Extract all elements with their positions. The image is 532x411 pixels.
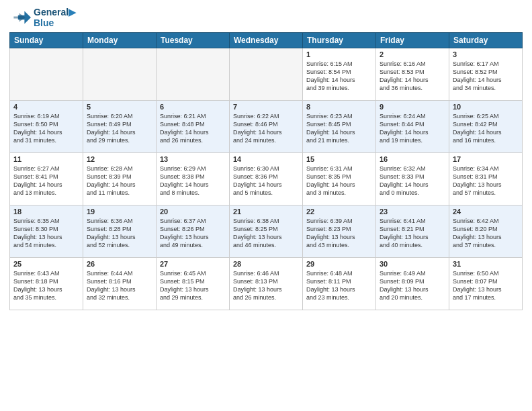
day-number: 8 (306, 103, 372, 111)
day-number: 22 (306, 208, 372, 216)
day-info: Sunrise: 6:48 AM Sunset: 8:11 PM Dayligh… (306, 269, 372, 302)
day-number: 1 (306, 50, 372, 58)
calendar-header-wednesday: Wednesday (230, 33, 303, 48)
calendar-header-friday: Friday (376, 33, 449, 48)
calendar-cell: 2Sunrise: 6:16 AM Sunset: 8:53 PM Daylig… (376, 48, 449, 101)
calendar-cell: 3Sunrise: 6:17 AM Sunset: 8:52 PM Daylig… (449, 48, 523, 101)
calendar-cell: 10Sunrise: 6:25 AM Sunset: 8:42 PM Dayli… (449, 101, 523, 153)
day-number: 14 (233, 155, 299, 163)
day-number: 9 (380, 103, 445, 111)
calendar-week-2: 4Sunrise: 6:19 AM Sunset: 8:50 PM Daylig… (10, 101, 523, 153)
day-info: Sunrise: 6:24 AM Sunset: 8:44 PM Dayligh… (380, 112, 445, 145)
calendar-cell: 29Sunrise: 6:48 AM Sunset: 8:11 PM Dayli… (303, 258, 376, 310)
calendar-cell: 18Sunrise: 6:35 AM Sunset: 8:30 PM Dayli… (10, 205, 83, 258)
day-number: 2 (380, 50, 445, 58)
day-number: 18 (13, 208, 79, 216)
logo-icon (9, 7, 31, 28)
calendar-cell: 21Sunrise: 6:38 AM Sunset: 8:25 PM Dayli… (230, 205, 303, 258)
header: General▶ Blue (9, 7, 523, 28)
calendar-cell: 5Sunrise: 6:20 AM Sunset: 8:49 PM Daylig… (83, 101, 157, 153)
day-info: Sunrise: 6:35 AM Sunset: 8:30 PM Dayligh… (13, 217, 79, 250)
calendar-cell: 16Sunrise: 6:32 AM Sunset: 8:33 PM Dayli… (376, 153, 449, 205)
day-info: Sunrise: 6:32 AM Sunset: 8:33 PM Dayligh… (380, 165, 445, 197)
day-number: 25 (13, 260, 79, 268)
calendar-cell: 24Sunrise: 6:42 AM Sunset: 8:20 PM Dayli… (449, 205, 523, 258)
day-number: 20 (160, 208, 226, 216)
day-info: Sunrise: 6:30 AM Sunset: 8:36 PM Dayligh… (233, 165, 299, 197)
day-info: Sunrise: 6:28 AM Sunset: 8:39 PM Dayligh… (87, 165, 152, 197)
calendar-cell: 14Sunrise: 6:30 AM Sunset: 8:36 PM Dayli… (230, 153, 303, 205)
day-number: 30 (380, 260, 445, 268)
calendar-cell: 4Sunrise: 6:19 AM Sunset: 8:50 PM Daylig… (10, 101, 83, 153)
day-info: Sunrise: 6:37 AM Sunset: 8:26 PM Dayligh… (160, 217, 226, 250)
day-info: Sunrise: 6:46 AM Sunset: 8:13 PM Dayligh… (233, 269, 299, 302)
calendar-cell: 15Sunrise: 6:31 AM Sunset: 8:35 PM Dayli… (303, 153, 376, 205)
calendar-table: SundayMondayTuesdayWednesdayThursdayFrid… (9, 32, 523, 310)
day-number: 26 (87, 260, 152, 268)
calendar-cell: 11Sunrise: 6:27 AM Sunset: 8:41 PM Dayli… (10, 153, 83, 205)
calendar-cell: 28Sunrise: 6:46 AM Sunset: 8:13 PM Dayli… (230, 258, 303, 310)
calendar-cell: 30Sunrise: 6:49 AM Sunset: 8:09 PM Dayli… (376, 258, 449, 310)
calendar-header-row: SundayMondayTuesdayWednesdayThursdayFrid… (10, 33, 523, 48)
day-info: Sunrise: 6:19 AM Sunset: 8:50 PM Dayligh… (13, 112, 79, 145)
calendar-header-tuesday: Tuesday (157, 33, 230, 48)
day-info: Sunrise: 6:45 AM Sunset: 8:15 PM Dayligh… (160, 269, 226, 302)
calendar-cell (10, 48, 83, 101)
calendar-cell: 13Sunrise: 6:29 AM Sunset: 8:38 PM Dayli… (157, 153, 230, 205)
calendar-cell: 6Sunrise: 6:21 AM Sunset: 8:48 PM Daylig… (157, 101, 230, 153)
calendar-cell (157, 48, 230, 101)
day-number: 31 (453, 260, 519, 268)
calendar-cell: 20Sunrise: 6:37 AM Sunset: 8:26 PM Dayli… (157, 205, 230, 258)
day-number: 19 (87, 208, 152, 216)
day-info: Sunrise: 6:17 AM Sunset: 8:52 PM Dayligh… (453, 60, 519, 93)
day-number: 7 (233, 103, 299, 111)
calendar-cell: 22Sunrise: 6:39 AM Sunset: 8:23 PM Dayli… (303, 205, 376, 258)
day-info: Sunrise: 6:15 AM Sunset: 8:54 PM Dayligh… (306, 60, 372, 93)
day-info: Sunrise: 6:44 AM Sunset: 8:16 PM Dayligh… (87, 269, 152, 302)
calendar-header-thursday: Thursday (303, 33, 376, 48)
day-number: 6 (160, 103, 226, 111)
day-number: 28 (233, 260, 299, 268)
day-info: Sunrise: 6:42 AM Sunset: 8:20 PM Dayligh… (453, 217, 519, 250)
calendar-cell: 19Sunrise: 6:36 AM Sunset: 8:28 PM Dayli… (83, 205, 157, 258)
day-info: Sunrise: 6:22 AM Sunset: 8:46 PM Dayligh… (233, 112, 299, 145)
day-info: Sunrise: 6:23 AM Sunset: 8:45 PM Dayligh… (306, 112, 372, 145)
day-info: Sunrise: 6:50 AM Sunset: 8:07 PM Dayligh… (453, 269, 519, 302)
day-info: Sunrise: 6:31 AM Sunset: 8:35 PM Dayligh… (306, 165, 372, 197)
day-number: 17 (453, 155, 519, 163)
calendar-cell (230, 48, 303, 101)
day-number: 12 (87, 155, 152, 163)
calendar-week-4: 18Sunrise: 6:35 AM Sunset: 8:30 PM Dayli… (10, 205, 523, 258)
page: General▶ Blue SundayMondayTuesdayWednesd… (0, 0, 532, 411)
day-number: 29 (306, 260, 372, 268)
calendar-cell: 8Sunrise: 6:23 AM Sunset: 8:45 PM Daylig… (303, 101, 376, 153)
day-info: Sunrise: 6:27 AM Sunset: 8:41 PM Dayligh… (13, 165, 79, 197)
logo-text: General▶ Blue (34, 7, 76, 28)
day-info: Sunrise: 6:21 AM Sunset: 8:48 PM Dayligh… (160, 112, 226, 145)
day-info: Sunrise: 6:36 AM Sunset: 8:28 PM Dayligh… (87, 217, 152, 250)
calendar-cell: 9Sunrise: 6:24 AM Sunset: 8:44 PM Daylig… (376, 101, 449, 153)
calendar-week-1: 1Sunrise: 6:15 AM Sunset: 8:54 PM Daylig… (10, 48, 523, 101)
calendar-cell: 23Sunrise: 6:41 AM Sunset: 8:21 PM Dayli… (376, 205, 449, 258)
day-info: Sunrise: 6:38 AM Sunset: 8:25 PM Dayligh… (233, 217, 299, 250)
calendar-cell (83, 48, 157, 101)
day-number: 16 (380, 155, 445, 163)
calendar-cell: 17Sunrise: 6:34 AM Sunset: 8:31 PM Dayli… (449, 153, 523, 205)
day-info: Sunrise: 6:34 AM Sunset: 8:31 PM Dayligh… (453, 165, 519, 197)
day-info: Sunrise: 6:49 AM Sunset: 8:09 PM Dayligh… (380, 269, 445, 302)
day-info: Sunrise: 6:41 AM Sunset: 8:21 PM Dayligh… (380, 217, 445, 250)
day-info: Sunrise: 6:16 AM Sunset: 8:53 PM Dayligh… (380, 60, 445, 93)
calendar-cell: 26Sunrise: 6:44 AM Sunset: 8:16 PM Dayli… (83, 258, 157, 310)
calendar-header-monday: Monday (83, 33, 157, 48)
calendar-cell: 1Sunrise: 6:15 AM Sunset: 8:54 PM Daylig… (303, 48, 376, 101)
day-number: 27 (160, 260, 226, 268)
calendar-cell: 25Sunrise: 6:43 AM Sunset: 8:18 PM Dayli… (10, 258, 83, 310)
calendar-header-saturday: Saturday (449, 33, 523, 48)
calendar-cell: 31Sunrise: 6:50 AM Sunset: 8:07 PM Dayli… (449, 258, 523, 310)
day-number: 15 (306, 155, 372, 163)
calendar-week-3: 11Sunrise: 6:27 AM Sunset: 8:41 PM Dayli… (10, 153, 523, 205)
day-info: Sunrise: 6:25 AM Sunset: 8:42 PM Dayligh… (453, 112, 519, 145)
calendar-cell: 7Sunrise: 6:22 AM Sunset: 8:46 PM Daylig… (230, 101, 303, 153)
day-number: 21 (233, 208, 299, 216)
calendar-cell: 12Sunrise: 6:28 AM Sunset: 8:39 PM Dayli… (83, 153, 157, 205)
